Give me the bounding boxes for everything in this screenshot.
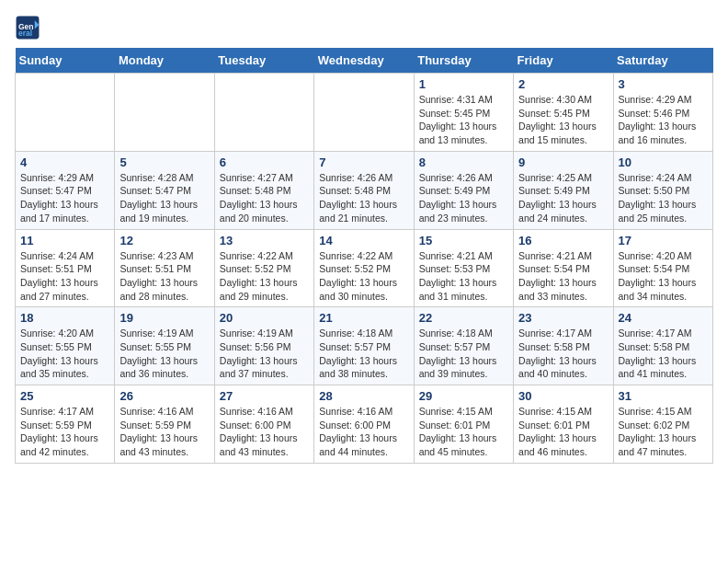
table-row: 17Sunrise: 4:20 AMSunset: 5:54 PMDayligh… [613, 229, 712, 307]
header-friday: Friday [514, 48, 613, 74]
day-info: Sunrise: 4:18 AMSunset: 5:57 PMDaylight:… [419, 327, 508, 381]
day-number: 22 [419, 311, 508, 325]
day-number: 21 [319, 311, 408, 325]
table-row: 27Sunrise: 4:16 AMSunset: 6:00 PMDayligh… [214, 385, 313, 464]
day-number: 25 [20, 389, 109, 403]
table-row: 21Sunrise: 4:18 AMSunset: 5:57 PMDayligh… [314, 307, 414, 385]
day-info: Sunrise: 4:31 AMSunset: 5:45 PMDaylight:… [419, 93, 508, 147]
day-info: Sunrise: 4:20 AMSunset: 5:54 PMDaylight:… [619, 249, 708, 304]
day-number: 27 [220, 389, 309, 403]
day-info: Sunrise: 4:19 AMSunset: 5:55 PMDaylight:… [119, 327, 209, 381]
table-row: 10Sunrise: 4:24 AMSunset: 5:50 PMDayligh… [613, 151, 712, 229]
logo-icon: Gen eral [15, 15, 40, 40]
table-row: 22Sunrise: 4:18 AMSunset: 5:57 PMDayligh… [414, 307, 513, 385]
week-row-4: 18Sunrise: 4:20 AMSunset: 5:55 PMDayligh… [16, 307, 713, 385]
day-info: Sunrise: 4:17 AMSunset: 5:58 PMDaylight:… [518, 327, 608, 381]
calendar-table: SundayMondayTuesdayWednesdayThursdayFrid… [15, 48, 713, 464]
header-sunday: Sunday [16, 48, 115, 74]
day-number: 4 [20, 155, 109, 169]
table-row: 31Sunrise: 4:15 AMSunset: 6:02 PMDayligh… [613, 385, 712, 464]
table-row: 3Sunrise: 4:29 AMSunset: 5:46 PMDaylight… [613, 74, 712, 152]
day-info: Sunrise: 4:21 AMSunset: 5:54 PMDaylight:… [518, 249, 608, 304]
table-row: 25Sunrise: 4:17 AMSunset: 5:59 PMDayligh… [16, 385, 115, 464]
day-number: 20 [220, 311, 309, 325]
table-row: 8Sunrise: 4:26 AMSunset: 5:49 PMDaylight… [414, 151, 513, 229]
day-info: Sunrise: 4:22 AMSunset: 5:52 PMDaylight:… [319, 249, 408, 304]
week-row-5: 25Sunrise: 4:17 AMSunset: 5:59 PMDayligh… [16, 385, 713, 464]
table-row: 30Sunrise: 4:15 AMSunset: 6:01 PMDayligh… [514, 385, 613, 464]
day-number: 19 [119, 311, 209, 325]
day-number: 17 [619, 234, 708, 247]
day-info: Sunrise: 4:23 AMSunset: 5:51 PMDaylight:… [119, 249, 209, 304]
header-monday: Monday [115, 48, 214, 74]
day-number: 16 [518, 234, 608, 247]
table-row: 20Sunrise: 4:19 AMSunset: 5:56 PMDayligh… [214, 307, 313, 385]
day-info: Sunrise: 4:29 AMSunset: 5:46 PMDaylight:… [619, 93, 708, 147]
page-header: Gen eral [15, 15, 713, 40]
day-info: Sunrise: 4:15 AMSunset: 6:01 PMDaylight:… [518, 405, 608, 459]
table-row: 9Sunrise: 4:25 AMSunset: 5:49 PMDaylight… [514, 151, 613, 229]
table-row: 7Sunrise: 4:26 AMSunset: 5:48 PMDaylight… [314, 151, 414, 229]
day-number: 26 [119, 389, 209, 403]
day-info: Sunrise: 4:15 AMSunset: 6:02 PMDaylight:… [619, 405, 708, 459]
logo: Gen eral [15, 15, 44, 40]
day-info: Sunrise: 4:30 AMSunset: 5:45 PMDaylight:… [518, 93, 608, 147]
day-number: 15 [419, 234, 508, 247]
day-number: 2 [518, 77, 608, 91]
table-row: 4Sunrise: 4:29 AMSunset: 5:47 PMDaylight… [16, 151, 115, 229]
day-number: 28 [319, 389, 408, 403]
table-row: 28Sunrise: 4:16 AMSunset: 6:00 PMDayligh… [314, 385, 414, 464]
day-info: Sunrise: 4:24 AMSunset: 5:51 PMDaylight:… [20, 249, 109, 304]
day-number: 24 [619, 311, 708, 325]
day-number: 6 [220, 155, 309, 169]
table-row: 13Sunrise: 4:22 AMSunset: 5:52 PMDayligh… [214, 229, 313, 307]
table-row: 26Sunrise: 4:16 AMSunset: 5:59 PMDayligh… [115, 385, 214, 464]
table-row: 5Sunrise: 4:28 AMSunset: 5:47 PMDaylight… [115, 151, 214, 229]
table-row: 2Sunrise: 4:30 AMSunset: 5:45 PMDaylight… [514, 74, 613, 152]
day-info: Sunrise: 4:17 AMSunset: 5:59 PMDaylight:… [20, 405, 109, 459]
day-info: Sunrise: 4:22 AMSunset: 5:52 PMDaylight:… [220, 249, 309, 304]
day-info: Sunrise: 4:16 AMSunset: 6:00 PMDaylight:… [319, 405, 408, 459]
day-number: 8 [419, 155, 508, 169]
week-row-1: 1Sunrise: 4:31 AMSunset: 5:45 PMDaylight… [16, 74, 713, 152]
day-number: 11 [20, 234, 109, 247]
day-number: 13 [220, 234, 309, 247]
day-info: Sunrise: 4:27 AMSunset: 5:48 PMDaylight:… [220, 171, 309, 225]
day-number: 10 [619, 155, 708, 169]
day-info: Sunrise: 4:26 AMSunset: 5:49 PMDaylight:… [419, 171, 508, 225]
day-info: Sunrise: 4:28 AMSunset: 5:47 PMDaylight:… [119, 171, 209, 225]
day-number: 23 [518, 311, 608, 325]
table-row: 12Sunrise: 4:23 AMSunset: 5:51 PMDayligh… [115, 229, 214, 307]
svg-text:eral: eral [18, 29, 32, 38]
header-wednesday: Wednesday [314, 48, 414, 74]
day-info: Sunrise: 4:24 AMSunset: 5:50 PMDaylight:… [619, 171, 708, 225]
day-info: Sunrise: 4:17 AMSunset: 5:58 PMDaylight:… [619, 327, 708, 381]
day-number: 30 [518, 389, 608, 403]
day-number: 9 [518, 155, 608, 169]
day-number: 14 [319, 234, 408, 247]
table-row: 14Sunrise: 4:22 AMSunset: 5:52 PMDayligh… [314, 229, 414, 307]
day-number: 31 [619, 389, 708, 403]
table-row: 11Sunrise: 4:24 AMSunset: 5:51 PMDayligh… [16, 229, 115, 307]
day-info: Sunrise: 4:26 AMSunset: 5:48 PMDaylight:… [319, 171, 408, 225]
week-row-3: 11Sunrise: 4:24 AMSunset: 5:51 PMDayligh… [16, 229, 713, 307]
week-row-2: 4Sunrise: 4:29 AMSunset: 5:47 PMDaylight… [16, 151, 713, 229]
table-row [314, 74, 414, 152]
table-row: 24Sunrise: 4:17 AMSunset: 5:58 PMDayligh… [613, 307, 712, 385]
day-number: 12 [119, 234, 209, 247]
table-row [214, 74, 313, 152]
header-saturday: Saturday [613, 48, 712, 74]
day-number: 5 [119, 155, 209, 169]
table-row: 1Sunrise: 4:31 AMSunset: 5:45 PMDaylight… [414, 74, 513, 152]
day-number: 3 [619, 77, 708, 91]
table-row: 15Sunrise: 4:21 AMSunset: 5:53 PMDayligh… [414, 229, 513, 307]
header-thursday: Thursday [414, 48, 513, 74]
day-info: Sunrise: 4:29 AMSunset: 5:47 PMDaylight:… [20, 171, 109, 225]
day-number: 7 [319, 155, 408, 169]
header-tuesday: Tuesday [214, 48, 313, 74]
day-info: Sunrise: 4:21 AMSunset: 5:53 PMDaylight:… [419, 249, 508, 304]
table-row [16, 74, 115, 152]
table-row: 18Sunrise: 4:20 AMSunset: 5:55 PMDayligh… [16, 307, 115, 385]
table-row: 29Sunrise: 4:15 AMSunset: 6:01 PMDayligh… [414, 385, 513, 464]
table-row: 19Sunrise: 4:19 AMSunset: 5:55 PMDayligh… [115, 307, 214, 385]
